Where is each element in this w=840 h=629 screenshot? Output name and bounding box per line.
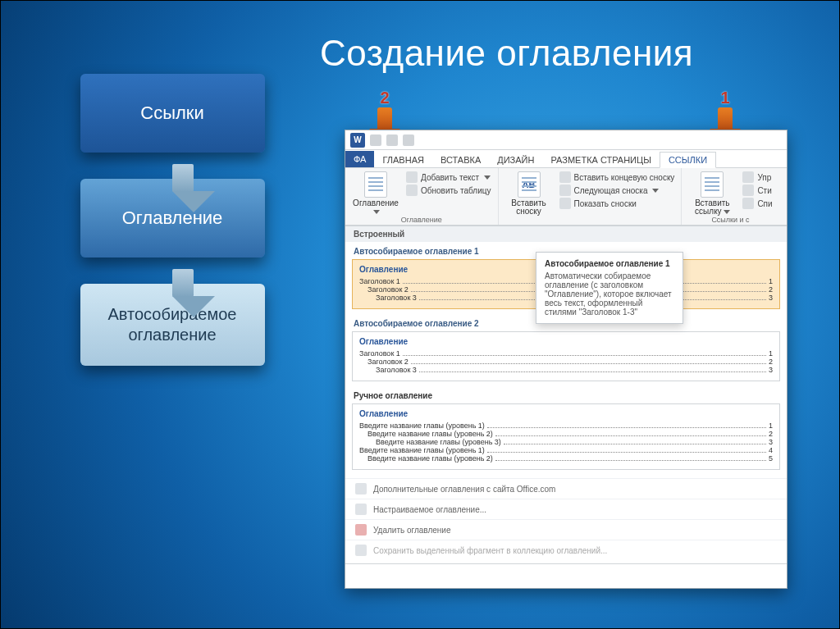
callout-arrow-icon [718,107,733,130]
button-label: Вставить концевую сноску [574,173,675,182]
toc-page: 5 [769,454,773,463]
tooltip-title: Автособираемое оглавление 1 [545,259,674,268]
style-button[interactable]: Сти [742,185,772,196]
manage-icon [742,171,754,183]
callout-arrow-icon [377,107,392,130]
gallery-section-label: Ручное оглавление [345,386,787,402]
custom-toc-icon [355,504,367,515]
remove-toc-button[interactable]: Удалить оглавление [345,519,787,540]
word-logo-icon: W [350,133,365,148]
ribbon: Оглавление Добавить текст Обновить табли… [345,168,787,226]
cmd-label: Настраиваемое оглавление... [373,505,486,514]
toc-button[interactable]: Оглавление [352,171,399,216]
toc-icon [364,171,387,198]
tab-design[interactable]: ДИЗАЙН [489,153,542,167]
refresh-icon [406,185,418,196]
toc-page: 2 [769,358,773,366]
next-footnote-button[interactable]: Следующая сноска [559,185,675,196]
ribbon-tabs: ФА ГЛАВНАЯ ВСТАВКА ДИЗАЙН РАЗМЕТКА СТРАН… [345,150,787,168]
ribbon-group-footnotes: AB Вставить сноску Вставить концевую сно… [499,168,682,225]
undo-icon[interactable] [386,134,398,146]
add-text-button[interactable]: Добавить текст [406,171,491,183]
callout-number: 2 [380,89,389,107]
button-label: Добавить текст [421,173,479,182]
show-notes-icon [559,198,571,209]
insert-endnote-button[interactable]: Вставить концевую сноску [559,171,675,183]
toc-page: 3 [769,366,773,374]
toc-page: 4 [769,446,773,454]
slide: Создание оглавления Ссылки Оглавление Ав… [0,0,840,629]
bibliography-button[interactable]: Спи [742,198,772,209]
chevron-down-icon [484,175,491,180]
chevron-down-icon [724,210,730,214]
redo-icon[interactable] [403,134,414,146]
group-caption: Оглавление [352,216,491,224]
toc-entry: Введите название главы (уровень 2) [368,454,493,463]
callout-number: 1 [720,89,729,107]
more-from-office-button[interactable]: Дополнительные оглавления с сайта Office… [345,478,787,499]
ribbon-group-toc: Оглавление Добавить текст Обновить табли… [345,168,499,225]
gallery-item-manual[interactable]: Оглавление Введите название главы (урове… [352,403,780,470]
flow-node-links: Ссылки [80,74,265,153]
endnote-icon [559,171,571,183]
toc-page: 3 [769,438,773,446]
custom-toc-button[interactable]: Настраиваемое оглавление... [345,499,787,519]
toc-title: Оглавление [359,409,773,418]
toc-entry: Заголовок 2 [368,358,409,366]
toc-entry: Заголовок 3 [376,366,417,374]
manage-sources-button[interactable]: Упр [742,171,772,183]
flow-node-label: оглавление [128,325,216,345]
gallery-header: Встроенный [345,226,787,242]
flow-node-label: Ссылки [140,103,203,124]
style-icon [742,185,754,196]
flowchart: Ссылки Оглавление Автособираемое оглавле… [57,74,287,377]
button-label: Показать сноски [574,199,637,208]
toc-page: 2 [769,430,773,438]
list-icon [742,198,754,209]
save-icon[interactable] [370,134,381,146]
office-icon [355,483,367,495]
tooltip: Автособираемое оглавление 1 Автоматическ… [536,252,683,324]
chevron-down-icon [373,210,380,214]
show-notes-button[interactable]: Показать сноски [559,198,675,209]
cmd-label: Сохранить выделенный фрагмент в коллекци… [373,546,607,555]
add-text-icon [406,171,418,183]
save-selection-button: Сохранить выделенный фрагмент в коллекци… [345,540,787,560]
save-gallery-icon [355,545,367,556]
toc-page: 1 [769,349,773,358]
callout-1: 1 [718,89,733,130]
toc-page: 3 [769,294,773,302]
gallery-footer: Дополнительные оглавления с сайта Office… [345,475,787,563]
tab-insert[interactable]: ВСТАВКА [432,153,489,167]
button-label: Обновить таблицу [421,186,491,195]
tab-home[interactable]: ГЛАВНАЯ [374,153,431,167]
chevron-down-icon [652,189,659,193]
toc-entry: Введите название главы (уровень 2) [368,430,493,438]
insert-footnote-button[interactable]: AB Вставить сноску [505,171,553,216]
toc-entry: Введите название главы (уровень 3) [376,438,501,446]
citation-icon [701,171,724,198]
ribbon-group-citations: Вставить ссылку Упр Сти Спи Ссылки и с [682,168,778,225]
gallery-item-auto2[interactable]: Оглавление Заголовок 11 Заголовок 22 Заг… [352,331,780,381]
button-label: Упр [757,173,771,182]
insert-citation-button[interactable]: Вставить ссылку [688,171,736,216]
next-footnote-icon [559,185,571,196]
toc-entry: Заголовок 3 [376,294,417,302]
button-label: Сти [757,186,771,195]
toc-page: 1 [769,422,773,430]
cmd-label: Удалить оглавление [373,526,451,535]
toc-entry: Введите название главы (уровень 1) [359,422,485,430]
slide-title: Создание оглавления [320,33,693,74]
tab-file[interactable]: ФА [345,151,374,167]
tab-references[interactable]: ССЫЛКИ [660,152,716,168]
quick-access-toolbar: W [345,130,787,150]
toc-entry: Заголовок 1 [359,349,400,358]
tooltip-body: Автоматически собираемое оглавление (с з… [545,271,672,317]
word-screenshot: W ФА ГЛАВНАЯ ВСТАВКА ДИЗАЙН РАЗМЕТКА СТР… [345,130,788,589]
toc-entry: Заголовок 1 [359,277,400,285]
button-label: Спи [757,199,772,208]
delete-icon [355,524,367,536]
update-table-button[interactable]: Обновить таблицу [406,185,491,196]
tab-layout[interactable]: РАЗМЕТКА СТРАНИЦЫ [542,153,659,167]
group-caption: Ссылки и с [688,216,772,224]
